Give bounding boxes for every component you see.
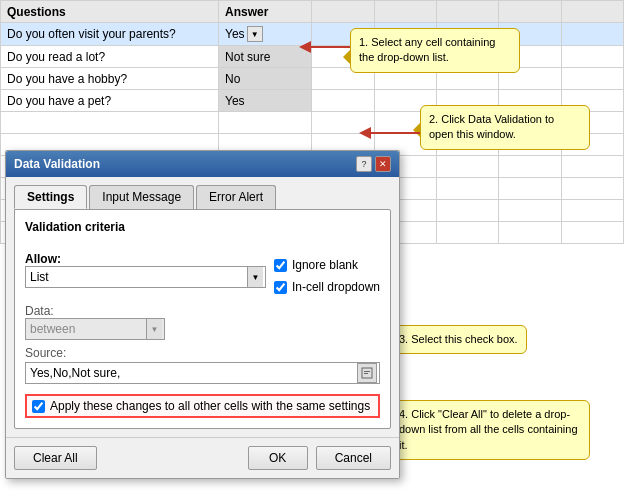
apply-checkbox-row: Apply these changes to all other cells w… bbox=[25, 394, 380, 418]
clear-all-button[interactable]: Clear All bbox=[14, 446, 97, 470]
dialog-controls: ? ✕ bbox=[356, 156, 391, 172]
empty-cell bbox=[561, 46, 623, 68]
empty-cell bbox=[219, 112, 312, 134]
dialog-close-button[interactable]: ✕ bbox=[375, 156, 391, 172]
empty-cell bbox=[312, 90, 374, 112]
table-row: Do you have a hobby? No bbox=[1, 68, 624, 90]
allow-label: Allow: bbox=[25, 252, 266, 266]
empty-cell bbox=[561, 156, 623, 178]
empty-cell bbox=[437, 178, 499, 200]
question-cell-4: Do you have a pet? bbox=[1, 90, 219, 112]
answer-cell-2: Not sure bbox=[219, 46, 312, 68]
answer-cell-3: No bbox=[219, 68, 312, 90]
source-select-icon bbox=[361, 367, 373, 379]
tab-settings[interactable]: Settings bbox=[14, 185, 87, 209]
data-validation-dialog: Data Validation ? ✕ Settings Input Messa… bbox=[5, 150, 400, 479]
tab-error-alert[interactable]: Error Alert bbox=[196, 185, 276, 209]
dialog-body: Settings Input Message Error Alert Valid… bbox=[6, 177, 399, 437]
empty-cell bbox=[561, 200, 623, 222]
col-header-g bbox=[561, 1, 623, 23]
dialog-titlebar: Data Validation ? ✕ bbox=[6, 151, 399, 177]
section-label: Validation criteria bbox=[25, 220, 380, 234]
tab-content-settings: Validation criteria Allow: List ▼ Ignore… bbox=[14, 209, 391, 429]
dialog-title: Data Validation bbox=[14, 157, 100, 171]
col-header-d bbox=[374, 1, 436, 23]
col-header-e bbox=[437, 1, 499, 23]
empty-cell bbox=[1, 112, 219, 134]
empty-cell bbox=[437, 200, 499, 222]
callout-3: 3. Select this check box. bbox=[390, 325, 527, 354]
col-header-questions: Questions bbox=[1, 1, 219, 23]
callout-2: 2. Click Data Validation to open this wi… bbox=[420, 105, 590, 150]
allow-dropdown-arrow[interactable]: ▼ bbox=[247, 267, 263, 287]
callout-4: 4. Click "Clear All" to delete a drop-do… bbox=[390, 400, 590, 460]
col-header-answer: Answer bbox=[219, 1, 312, 23]
question-cell-2: Do you read a lot? bbox=[1, 46, 219, 68]
arrow-1 bbox=[300, 32, 355, 62]
apply-checkbox[interactable] bbox=[32, 400, 45, 413]
svg-rect-5 bbox=[364, 373, 368, 374]
col-header-c bbox=[312, 1, 374, 23]
ignore-blank-checkbox[interactable] bbox=[274, 259, 287, 272]
dialog-help-button[interactable]: ? bbox=[356, 156, 372, 172]
source-label: Source: bbox=[25, 346, 66, 360]
allow-dropdown[interactable]: List ▼ bbox=[25, 266, 266, 288]
empty-cell bbox=[437, 156, 499, 178]
question-cell-1: Do you often visit your parents? bbox=[1, 23, 219, 46]
dropdown-button[interactable]: ▼ bbox=[247, 26, 263, 42]
cancel-button[interactable]: Cancel bbox=[316, 446, 391, 470]
dialog-tabs: Settings Input Message Error Alert bbox=[14, 185, 391, 209]
callout-3-text: 3. Select this check box. bbox=[399, 333, 518, 345]
col-header-f bbox=[499, 1, 561, 23]
answer-cell-4: Yes bbox=[219, 90, 312, 112]
source-row: Source: Yes,No,Not sure, bbox=[25, 346, 380, 384]
ignore-blank-label: Ignore blank bbox=[292, 258, 358, 272]
source-value: Yes,No,Not sure, bbox=[30, 366, 357, 380]
empty-cell bbox=[561, 178, 623, 200]
question-cell-3: Do you have a hobby? bbox=[1, 68, 219, 90]
tab-input-message[interactable]: Input Message bbox=[89, 185, 194, 209]
empty-cell bbox=[561, 68, 623, 90]
in-cell-dropdown-label: In-cell dropdown bbox=[292, 280, 380, 294]
in-cell-dropdown-checkbox[interactable] bbox=[274, 281, 287, 294]
ok-button[interactable]: OK bbox=[248, 446, 308, 470]
data-row: Data: between ▼ bbox=[25, 304, 380, 340]
dropdown-answer: Yes ▼ bbox=[225, 26, 305, 42]
answer-cell-1: Yes ▼ bbox=[219, 23, 312, 46]
callout-1-text: 1. Select any cell containing the drop-d… bbox=[359, 36, 495, 63]
apply-label: Apply these changes to all other cells w… bbox=[50, 399, 370, 413]
callout-1: 1. Select any cell containing the drop-d… bbox=[350, 28, 520, 73]
empty-cell bbox=[437, 222, 499, 244]
source-field[interactable]: Yes,No,Not sure, bbox=[25, 362, 380, 384]
empty-cell bbox=[561, 222, 623, 244]
data-dropdown-arrow[interactable]: ▼ bbox=[146, 319, 162, 339]
svg-rect-4 bbox=[364, 371, 370, 372]
source-select-button[interactable] bbox=[357, 363, 377, 383]
data-label: Data: bbox=[25, 304, 165, 318]
empty-cell bbox=[499, 156, 561, 178]
empty-cell bbox=[499, 200, 561, 222]
data-dropdown[interactable]: between ▼ bbox=[25, 318, 165, 340]
empty-cell bbox=[561, 23, 623, 46]
callout-4-text: 4. Click "Clear All" to delete a drop-do… bbox=[399, 408, 578, 451]
empty-cell bbox=[499, 178, 561, 200]
allow-row: Allow: List ▼ Ignore blank In-cell dropd… bbox=[25, 242, 380, 298]
dialog-footer: Clear All OK Cancel bbox=[6, 437, 399, 478]
callout-2-text: 2. Click Data Validation to open this wi… bbox=[429, 113, 554, 140]
ignore-blank-row: Ignore blank bbox=[274, 258, 380, 272]
in-cell-dropdown-row: In-cell dropdown bbox=[274, 280, 380, 294]
empty-cell bbox=[499, 222, 561, 244]
arrow-2 bbox=[360, 118, 425, 148]
